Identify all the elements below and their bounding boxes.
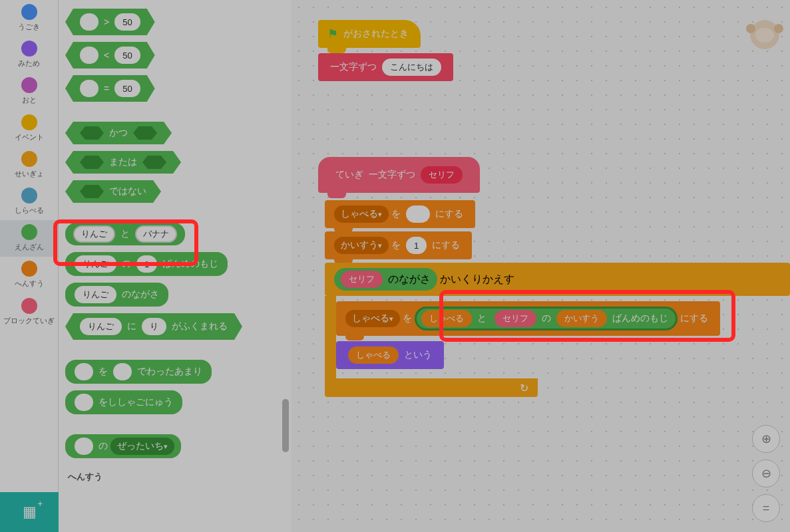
category-sensing[interactable]: しらべる xyxy=(0,184,58,220)
var-dropdown-1[interactable]: しゃべる xyxy=(334,205,389,223)
category-motion[interactable]: うごき xyxy=(0,0,58,37)
op-letter-of-block[interactable]: りんご の 1 ばんめのもじ xyxy=(65,252,228,276)
join-reporter[interactable]: しゃべる と セリフ の かいすう ばんめのもじ xyxy=(415,307,678,331)
category-events[interactable]: イベント xyxy=(0,110,58,147)
category-variables[interactable]: へんすう xyxy=(0,257,58,293)
green-flag-icon: ⚑ xyxy=(327,27,338,41)
var-reporter-kaisuu[interactable]: かいすう xyxy=(556,310,607,327)
op-not-block[interactable]: ではない xyxy=(65,180,161,203)
zoom-out-button[interactable]: ⊖ xyxy=(752,460,780,487)
op-join-block[interactable]: りんご と バナナ xyxy=(65,223,185,245)
repeat-block[interactable]: セリフ のながさ かいくりかえす しゃべる を しゃべる と セリフ の xyxy=(325,263,790,397)
set-variable-block-inner[interactable]: しゃべる を しゃべる と セリフ の かいすう ばんめのもじ にする xyxy=(336,301,720,336)
var-reporter-shaberu-2[interactable]: しゃべる xyxy=(348,346,399,364)
op-mathop-block[interactable]: の ぜったいち xyxy=(65,434,181,458)
variables-section-title: へんすう xyxy=(68,471,285,483)
call-custom-block[interactable]: 一文字ずつ こんにちは xyxy=(318,53,453,81)
define-param: セリフ xyxy=(421,166,463,184)
op-and-block[interactable]: かつ xyxy=(65,122,172,144)
category-control[interactable]: せいぎょ xyxy=(0,147,58,184)
repeat-arrow-icon: ↻ xyxy=(520,382,528,394)
mathop-dropdown[interactable]: ぜったいち xyxy=(110,438,174,455)
op-mod-block[interactable]: を でわったあまり xyxy=(65,360,212,384)
set-variable-block-1[interactable]: しゃべる を にする xyxy=(325,200,475,228)
op-length-block[interactable]: りんご のながさ xyxy=(65,283,168,307)
op-lt-block[interactable]: < 50 xyxy=(65,42,155,68)
var-dropdown-2[interactable]: かいすう xyxy=(334,237,389,254)
palette-scrollbar[interactable] xyxy=(282,399,289,452)
category-operators[interactable]: えんざん xyxy=(0,220,58,257)
when-flag-clicked-block[interactable]: ⚑ がおされたとき xyxy=(318,20,421,48)
script-workspace[interactable]: ⚑ がおされたとき 一文字ずつ こんにちは ていぎ 一文字ずつ セリフ しゃべる… xyxy=(292,0,790,532)
op-contains-block[interactable]: りんご に り がふくまれる xyxy=(65,313,242,340)
op-gt-left-input[interactable] xyxy=(80,13,99,31)
zoom-reset-button[interactable]: = xyxy=(752,494,780,522)
param-reporter-serifu[interactable]: セリフ xyxy=(341,271,383,288)
zoom-in-button[interactable]: ⊕ xyxy=(752,425,780,453)
sprite-watermark xyxy=(750,20,783,60)
define-hat-block[interactable]: ていぎ 一文字ずつ セリフ xyxy=(318,157,480,193)
op-gt-block[interactable]: > 50 xyxy=(65,9,155,35)
op-eq-block[interactable]: = 50 xyxy=(65,75,155,102)
op-round-block[interactable]: をししゃごにゅう xyxy=(65,390,182,414)
category-sound[interactable]: おと xyxy=(0,73,58,110)
op-gt-right-input[interactable]: 50 xyxy=(114,13,140,31)
zoom-controls: ⊕ ⊖ = xyxy=(752,425,780,522)
category-myblocks[interactable]: ブロックていぎ xyxy=(0,294,58,331)
category-sidebar: うごき みため おと イベント せいぎょ しらべる えんざん へんすう ブロック… xyxy=(0,0,59,532)
param-reporter-serifu-2[interactable]: セリフ xyxy=(494,310,536,327)
var-dropdown-inner[interactable]: しゃべる xyxy=(345,310,400,327)
var-reporter-shaberu[interactable]: しゃべる xyxy=(421,310,472,327)
letter-of-reporter[interactable]: セリフ の かいすう ばんめのもじ xyxy=(489,309,674,329)
say-block[interactable]: しゃべる という xyxy=(336,341,444,369)
op-or-block[interactable]: または xyxy=(65,151,181,174)
set-variable-block-2[interactable]: かいすう を 1 にする xyxy=(325,231,472,259)
block-palette: > 50 < 50 = 50 かつ または ではない りんご と バナナ りんご… xyxy=(59,0,292,532)
extensions-button[interactable]: ▦ xyxy=(0,492,59,532)
extensions-icon: ▦ xyxy=(23,503,37,521)
category-looks[interactable]: みため xyxy=(0,37,58,73)
length-reporter[interactable]: セリフ のながさ xyxy=(334,268,437,291)
